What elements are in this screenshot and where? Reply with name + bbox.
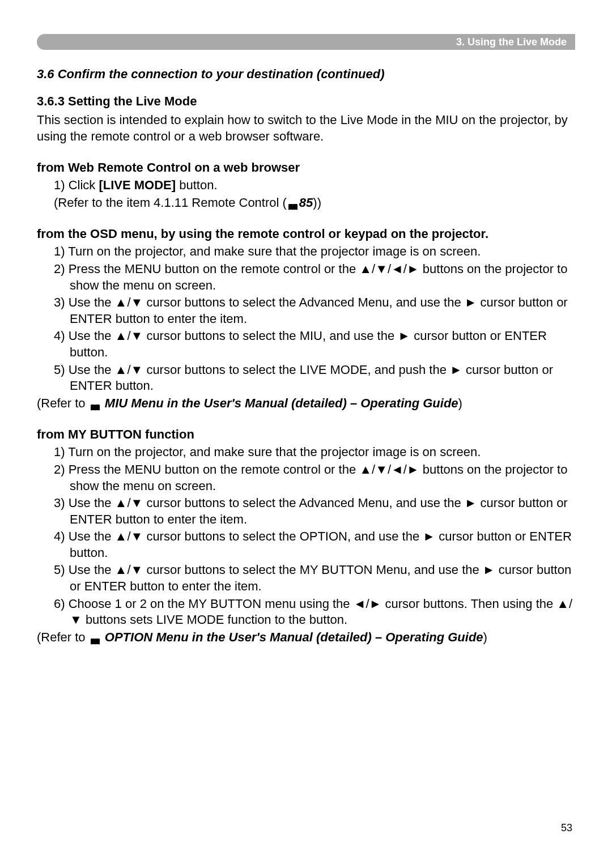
method-b-step1: 1) Turn on the projector, and make sure …	[54, 244, 575, 260]
method-c-step3: 3) Use the ▲/▼ cursor buttons to select …	[54, 495, 575, 527]
book-icon	[288, 199, 298, 207]
method-my-button: from MY BUTTON function 1) Turn on the p…	[37, 427, 575, 645]
method-c-step5: 5) Use the ▲/▼ cursor buttons to select …	[54, 562, 575, 594]
method-c-refer: (Refer to OPTION Menu in the User's Manu…	[37, 629, 575, 646]
book-icon	[90, 634, 100, 642]
method-web-remote: from Web Remote Control on a web browser…	[37, 160, 575, 211]
method-b-step3: 3) Use the ▲/▼ cursor buttons to select …	[54, 295, 575, 327]
method-b-refer: (Refer to MIU Menu in the User's Manual …	[37, 395, 575, 412]
header-chapter: 3. Using the Live Mode	[456, 36, 567, 48]
method-a-refer: (Refer to the item 4.1.11 Remote Control…	[37, 195, 575, 211]
header-bar: 3. Using the Live Mode	[37, 34, 575, 50]
method-b-step2: 2) Press the MENU button on the remote c…	[54, 261, 575, 293]
method-b-title: from the OSD menu, by using the remote c…	[37, 227, 575, 241]
book-icon	[90, 400, 100, 408]
method-c-title: from MY BUTTON function	[37, 427, 575, 442]
method-c-step1: 1) Turn on the projector, and make sure …	[54, 444, 575, 461]
page-number: 53	[561, 822, 572, 834]
method-c-step2: 2) Press the MENU button on the remote c…	[54, 462, 575, 494]
method-b-step5: 5) Use the ▲/▼ cursor buttons to select …	[54, 362, 575, 394]
method-c-step4: 4) Use the ▲/▼ cursor buttons to select …	[54, 529, 575, 561]
method-b-step4: 4) Use the ▲/▼ cursor buttons to select …	[54, 328, 575, 360]
method-a-step1: 1) Click [LIVE MODE] button.	[54, 177, 575, 194]
method-c-step6: 6) Choose 1 or 2 on the MY BUTTON menu u…	[54, 596, 575, 628]
method-osd-menu: from the OSD menu, by using the remote c…	[37, 227, 575, 411]
subsection-title: 3.6.3 Setting the Live Mode	[37, 94, 575, 109]
subsection-intro: This section is intended to explain how …	[37, 112, 575, 144]
section-title: 3.6 Confirm the connection to your desti…	[37, 67, 575, 82]
method-a-title: from Web Remote Control on a web browser	[37, 160, 575, 175]
